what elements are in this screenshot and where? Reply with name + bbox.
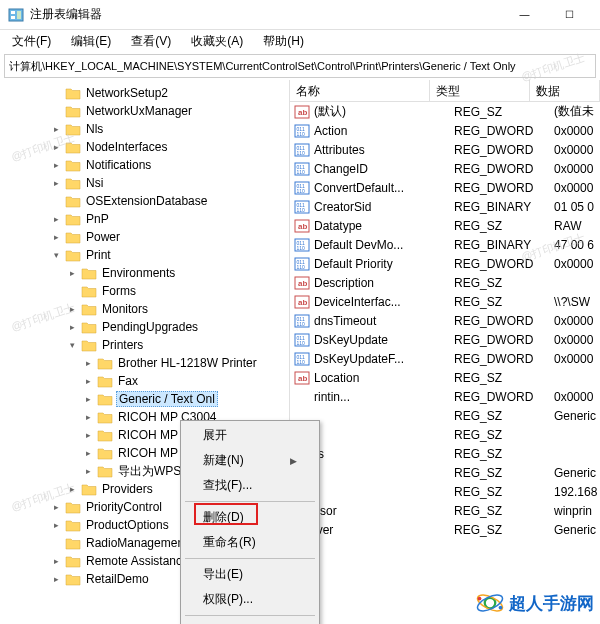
list-row[interactable]: abLocationREG_SZ [290, 368, 600, 387]
tree-caret[interactable]: ▸ [50, 556, 62, 566]
context-item[interactable]: 复制项名称(C) [183, 619, 317, 624]
tree-item[interactable]: Forms [0, 282, 289, 300]
tree-label[interactable]: Print [84, 248, 113, 262]
tree-label[interactable]: Notifications [84, 158, 153, 172]
list-row[interactable]: dREG_SZ [290, 425, 600, 444]
list-row[interactable]: 011110CreatorSidREG_BINARY01 05 0 [290, 197, 600, 216]
tree-caret[interactable]: ▸ [82, 394, 94, 404]
tree-item[interactable]: ▾Print [0, 246, 289, 264]
tree-caret[interactable]: ▸ [50, 214, 62, 224]
context-item[interactable]: 新建(N)▶ [183, 448, 317, 473]
header-data[interactable]: 数据 [530, 80, 600, 101]
tree-label[interactable]: Environments [100, 266, 177, 280]
context-item[interactable]: 展开 [183, 423, 317, 448]
tree-label[interactable]: ProductOptions [84, 518, 171, 532]
tree-caret[interactable]: ▸ [50, 142, 62, 152]
tree-label[interactable]: Fax [116, 374, 140, 388]
tree-item[interactable]: ▸NodeInterfaces [0, 138, 289, 156]
tree-label[interactable]: Nsi [84, 176, 105, 190]
list-row[interactable]: abDescriptionREG_SZ [290, 273, 600, 292]
tree-item[interactable]: ▸Nsi [0, 174, 289, 192]
tree-label[interactable]: Remote Assistance [84, 554, 191, 568]
list-row[interactable]: REG_SZGeneric [290, 406, 600, 425]
context-item[interactable]: 重命名(R) [183, 530, 317, 555]
tree-item[interactable]: ▸PnP [0, 210, 289, 228]
tree-item[interactable]: NetworkUxManager [0, 102, 289, 120]
list-row[interactable]: 011110Default PriorityREG_DWORD0x0000 [290, 254, 600, 273]
list-row[interactable]: rsREG_SZ [290, 444, 600, 463]
menu-file[interactable]: 文件(F) [4, 31, 59, 52]
tree-item[interactable]: NetworkSetup2 [0, 84, 289, 102]
tree-label[interactable]: RetailDemo [84, 572, 151, 586]
tree-item[interactable]: ▸PendingUpgrades [0, 318, 289, 336]
header-type[interactable]: 类型 [430, 80, 530, 101]
list-row[interactable]: 011110ActionREG_DWORD0x0000 [290, 121, 600, 140]
menu-favorites[interactable]: 收藏夹(A) [183, 31, 251, 52]
context-item[interactable]: 删除(D) [183, 505, 317, 530]
tree-caret[interactable]: ▸ [66, 484, 78, 494]
menu-edit[interactable]: 编辑(E) [63, 31, 119, 52]
list-row[interactable]: 011110AttributesREG_DWORD0x0000 [290, 140, 600, 159]
tree-label[interactable]: Printers [100, 338, 145, 352]
tree-caret[interactable]: ▸ [66, 322, 78, 332]
tree-caret[interactable]: ▾ [66, 340, 78, 350]
tree-item[interactable]: ▸Environments [0, 264, 289, 282]
tree-caret[interactable]: ▸ [82, 448, 94, 458]
tree-caret[interactable]: ▸ [50, 520, 62, 530]
list-row[interactable]: REG_SZ192.168 [290, 482, 600, 501]
tree-caret[interactable]: ▸ [82, 430, 94, 440]
tree-item[interactable]: OSExtensionDatabase [0, 192, 289, 210]
tree-caret[interactable]: ▸ [50, 502, 62, 512]
list-row[interactable]: 011110dnsTimeoutREG_DWORD0x0000 [290, 311, 600, 330]
list-row[interactable]: 011110Default DevMo...REG_BINARY47 00 6 [290, 235, 600, 254]
tree-item[interactable]: ▸Brother HL-1218W Printer [0, 354, 289, 372]
tree-label[interactable]: Monitors [100, 302, 150, 316]
tree-label[interactable]: NodeInterfaces [84, 140, 169, 154]
tree-label[interactable]: NetworkSetup2 [84, 86, 170, 100]
tree-item[interactable]: ▸Generic / Text Onl [0, 390, 289, 408]
tree-item[interactable]: ▸Monitors [0, 300, 289, 318]
tree-caret[interactable]: ▸ [50, 574, 62, 584]
tree-label[interactable]: Forms [100, 284, 138, 298]
tree-label[interactable]: NetworkUxManager [84, 104, 194, 118]
tree-caret[interactable]: ▸ [50, 232, 62, 242]
header-name[interactable]: 名称 [290, 80, 430, 101]
tree-label[interactable]: PendingUpgrades [100, 320, 200, 334]
tree-label[interactable]: RadioManagement [84, 536, 189, 550]
tree-caret[interactable]: ▸ [50, 178, 62, 188]
list-row[interactable]: ssorREG_SZwinprin [290, 501, 600, 520]
tree-caret[interactable]: ▸ [50, 160, 62, 170]
context-item[interactable]: 权限(P)... [183, 587, 317, 612]
tree-item[interactable]: ▸Fax [0, 372, 289, 390]
list-row[interactable]: rintin...REG_DWORD0x0000 [290, 387, 600, 406]
tree-label[interactable]: PnP [84, 212, 111, 226]
list-row[interactable]: iverREG_SZGeneric [290, 520, 600, 539]
menu-view[interactable]: 查看(V) [123, 31, 179, 52]
tree-item[interactable]: ▸Nls [0, 120, 289, 138]
tree-caret[interactable]: ▸ [82, 358, 94, 368]
minimize-button[interactable]: — [502, 0, 547, 30]
list-row[interactable]: 011110ChangeIDREG_DWORD0x0000 [290, 159, 600, 178]
tree-item[interactable]: ▾Printers [0, 336, 289, 354]
maximize-button[interactable]: ☐ [547, 0, 592, 30]
tree-item[interactable]: ▸Power [0, 228, 289, 246]
tree-caret[interactable]: ▸ [66, 268, 78, 278]
list-row[interactable]: abDatatypeREG_SZRAW [290, 216, 600, 235]
address-bar[interactable]: 计算机\HKEY_LOCAL_MACHINE\SYSTEM\CurrentCon… [4, 54, 596, 78]
tree-label[interactable]: PriorityControl [84, 500, 164, 514]
tree-label[interactable]: Providers [100, 482, 155, 496]
menu-help[interactable]: 帮助(H) [255, 31, 312, 52]
tree-caret[interactable]: ▸ [50, 124, 62, 134]
tree-label[interactable]: Brother HL-1218W Printer [116, 356, 259, 370]
tree-item[interactable]: ▸Notifications [0, 156, 289, 174]
tree-caret[interactable]: ▸ [66, 304, 78, 314]
list-row[interactable]: 011110ConvertDefault...REG_DWORD0x0000 [290, 178, 600, 197]
tree-label[interactable]: Generic / Text Onl [116, 391, 218, 407]
context-item[interactable]: 查找(F)... [183, 473, 317, 498]
list-row[interactable]: REG_SZGeneric [290, 463, 600, 482]
tree-caret[interactable]: ▸ [82, 376, 94, 386]
list-row[interactable]: 011110DsKeyUpdateF...REG_DWORD0x0000 [290, 349, 600, 368]
tree-caret[interactable]: ▸ [82, 466, 94, 476]
context-item[interactable]: 导出(E) [183, 562, 317, 587]
tree-caret[interactable]: ▾ [50, 250, 62, 260]
